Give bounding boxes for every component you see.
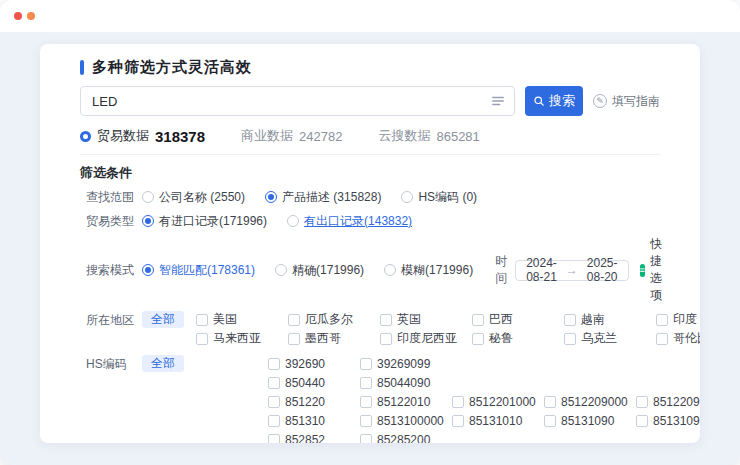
region-option[interactable]: 美国 [196,311,288,328]
filter-row-scope: 查找范围 公司名称 (2550) 产品描述 (315828) HS编码 (0) [80,188,660,206]
hscode-label: HS编码 [86,356,134,373]
hscode-option[interactable]: 8512209000 [544,395,636,409]
filter-section-title: 筛选条件 [80,164,660,182]
hscode-option[interactable]: 85044090 [360,376,452,390]
region-option[interactable]: 厄瓜多尔 [288,311,380,328]
trade-type-option-export[interactable]: 有出口记录(143832) [287,213,412,230]
hscode-option[interactable]: 39269099 [360,357,452,371]
region-option[interactable]: 哥伦比亚 [656,330,700,347]
trade-type-option-import[interactable]: 有进口记录(171996) [142,213,267,230]
hscode-option-label: 85285200 [377,433,430,444]
region-option-label: 印度尼西亚 [397,330,457,347]
hscode-option-label: 85122099 [653,395,700,409]
checkbox-icon [268,415,280,427]
region-option[interactable]: 墨西哥 [288,330,380,347]
checkbox-icon [288,333,300,345]
region-option[interactable]: 马来西亚 [196,330,288,347]
scope-option-company[interactable]: 公司名称 (2550) [142,189,245,206]
checkbox-icon [472,333,484,345]
guide-pencil-icon: ✎ [593,94,607,108]
hscode-option-label: 8512209000 [561,395,628,409]
hscode-grid: 392690 39269099 850440 85044090 851220 8… [268,354,700,443]
hscode-option[interactable]: 392690 [268,357,360,371]
radio-icon [287,215,299,227]
checkbox-icon [268,434,280,444]
trade-type-label: 贸易类型 [86,213,134,230]
main-card: 多种筛选方式灵活高效 搜索 ✎ 填写指南 [40,44,700,443]
search-button[interactable]: 搜索 [525,86,583,116]
region-option[interactable]: 乌克兰 [564,330,656,347]
date-end: 2025-08-20 [587,256,618,284]
region-option[interactable]: 越南 [564,311,656,328]
checkbox-icon [268,358,280,370]
mode-option-smart[interactable]: 智能匹配(178361) [142,262,255,279]
window-titlebar [0,0,740,32]
tab-count: 242782 [299,129,342,144]
hscode-option[interactable]: 85131010 [452,414,544,428]
hscode-option[interactable]: 85131090 [544,414,636,428]
tab-business-data[interactable]: 商业数据 242782 [241,127,342,145]
checkbox-icon [196,333,208,345]
region-option[interactable]: 秘鲁 [472,330,564,347]
scope-label: 查找范围 [86,189,134,206]
radio-icon [142,264,154,276]
tab-cloud-search-data[interactable]: 云搜数据 865281 [378,127,479,145]
hscode-option[interactable]: 8513109000 [636,414,700,428]
hscode-option[interactable]: 85285200 [360,433,452,444]
scope-option-product[interactable]: 产品描述 (315828) [265,189,381,206]
scope-option-hscode[interactable]: HS编码 (0) [401,189,477,206]
checkbox-icon [636,415,648,427]
search-input[interactable] [90,93,483,110]
fill-guide-link[interactable]: ✎ 填写指南 [593,93,660,110]
checkbox-icon [380,314,392,326]
checkbox-icon [452,396,464,408]
region-option[interactable]: 巴西 [472,311,564,328]
filter-row-hscode: HS编码 全部 392690 39269099 850440 85044090 … [80,354,660,443]
hscode-option-label: 852852 [285,433,325,444]
batch-list-icon[interactable] [491,94,505,108]
hscode-option[interactable]: 85122010 [360,395,452,409]
hscode-option[interactable]: 851310 [268,414,360,428]
region-all-tag[interactable]: 全部 [142,311,184,328]
window-minimize-dot[interactable] [27,12,35,20]
quick-options-button[interactable]: ≡ 快捷选项 [640,236,670,304]
region-option-label: 厄瓜多尔 [305,311,353,328]
checkbox-icon [636,396,648,408]
checkbox-icon [268,396,280,408]
region-option-label: 哥伦比亚 [673,330,700,347]
hscode-option[interactable]: 8513100000 [360,414,452,428]
hscode-option[interactable]: 852852 [268,433,360,444]
checkbox-icon [544,396,556,408]
checkbox-icon [288,314,300,326]
hscode-option-label: 8512201000 [469,395,536,409]
radio-label: HS编码 (0) [418,189,477,206]
region-option[interactable]: 英国 [380,311,472,328]
tab-label: 贸易数据 [97,127,149,145]
filter-row-search-mode: 搜索模式 智能匹配(178361) 精确(171996) 模糊(171996) … [80,236,660,304]
hscode-row: 392690 39269099 [268,354,700,373]
hscode-option-label: 8513109000 [653,414,700,428]
radio-icon [275,264,287,276]
hscode-option[interactable]: 851220 [268,395,360,409]
mode-option-fuzzy[interactable]: 模糊(171996) [384,262,473,279]
hscode-option[interactable]: 85122099 [636,395,700,409]
hscode-option[interactable]: 850440 [268,376,360,390]
tab-trade-data[interactable]: 贸易数据 318378 [80,127,205,145]
mode-option-exact[interactable]: 精确(171996) [275,262,364,279]
page-title: 多种筛选方式灵活高效 [92,58,252,77]
checkbox-icon [360,434,372,444]
hscode-option[interactable]: 8512201000 [452,395,544,409]
checkbox-icon [268,377,280,389]
region-option-label: 马来西亚 [213,330,261,347]
region-option[interactable]: 印度尼西亚 [380,330,472,347]
region-option[interactable]: 印度 [656,311,700,328]
date-range-picker[interactable]: 2024-08-21 → 2025-08-20 [515,260,628,281]
radio-icon [401,191,413,203]
checkbox-icon [360,396,372,408]
search-box[interactable] [80,86,515,116]
hscode-option-label: 851310 [285,414,325,428]
window-close-dot[interactable] [14,12,22,20]
filter-row-region: 所在地区 全部 美国 厄瓜多尔 英国 巴西 越南 印度 马来西亚 墨西哥 印度尼… [80,310,660,348]
tab-label: 云搜数据 [378,127,430,145]
hscode-all-tag[interactable]: 全部 [142,355,184,372]
